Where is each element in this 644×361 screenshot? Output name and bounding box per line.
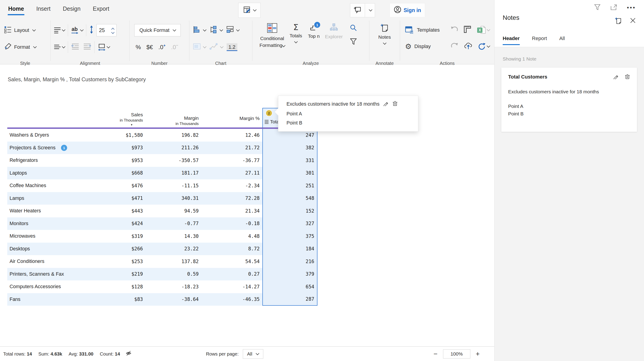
tab-insert[interactable]: Insert (36, 6, 51, 15)
cell-total-customers[interactable]: 216 (262, 255, 318, 268)
table-row[interactable]: Refrigerators $953 -350.57 -36.77 331 (7, 154, 318, 167)
group-label-style: Style (0, 61, 50, 66)
table-row[interactable]: Laptops $668 181.17 27.11 301 (7, 167, 318, 180)
table-row[interactable]: Projectors & Screens1 $973 211.26 21.72 … (7, 142, 318, 154)
popout-icon[interactable] (610, 4, 617, 11)
hide-stats-icon[interactable] (126, 350, 132, 358)
cell-total-customers[interactable]: 548 (262, 192, 318, 205)
note-card[interactable]: Total Customers Excludes customers inact… (501, 68, 637, 132)
tab-report-notes[interactable]: Report (532, 36, 547, 45)
column-width-button[interactable] (98, 44, 110, 51)
zoom-in-button[interactable]: + (476, 350, 480, 357)
cell-total-customers[interactable]: 382 (262, 142, 318, 154)
table-row[interactable]: Washers & Dryers $1,580 196.82 12.46 247 (7, 129, 318, 142)
table-row[interactable]: Printers, Scanners & Fax $219 0.59 0.27 … (7, 268, 318, 281)
sort-desc-icon[interactable]: ▼ (130, 123, 133, 126)
add-comment-dropdown[interactable] (365, 3, 375, 17)
search-button[interactable] (350, 24, 357, 32)
decimal-places-button[interactable]: 1.2 (227, 43, 237, 51)
table-row[interactable]: Microwaves $319 14.30 4.48 375 (7, 230, 318, 243)
column-menu-icon[interactable] (265, 120, 268, 124)
cell-total-customers[interactable]: 327 (262, 217, 318, 230)
stepper-arrows[interactable] (112, 27, 114, 34)
column-header-subcategory[interactable] (7, 108, 96, 129)
sparkline-button-disabled[interactable] (210, 43, 218, 52)
tab-home[interactable]: Home (8, 6, 24, 15)
refresh-button[interactable] (478, 43, 490, 50)
templates-button[interactable]: Templates (405, 26, 440, 34)
top-n-button[interactable]: 1 Top n (305, 20, 323, 48)
export-excel-button[interactable]: X (477, 26, 490, 34)
row-note-badge[interactable]: 1 (61, 145, 67, 151)
add-comment-button[interactable] (350, 3, 365, 17)
close-panel-icon[interactable] (630, 18, 636, 24)
horizontal-align-button[interactable] (54, 44, 65, 50)
decrease-indent-button[interactable] (71, 43, 79, 51)
rename-visual-button[interactable] (238, 3, 260, 18)
publish-cloud-button[interactable] (464, 42, 473, 51)
display-button[interactable]: ⚙ Display (405, 43, 431, 50)
table-layout-button-disabled[interactable] (193, 43, 201, 51)
column-header-margin-pct[interactable]: Margin % (202, 108, 262, 129)
decrease-decimal-button[interactable]: .0− (171, 44, 178, 51)
table-row[interactable]: Fans $83 -38.64 -46.35 287 (7, 293, 318, 306)
more-options-icon[interactable]: ••• (627, 6, 636, 9)
explorer-button-disabled[interactable]: Explorer (323, 20, 345, 48)
table-row[interactable]: Monitors $424 -0.77 -0.18 327 (7, 217, 318, 230)
add-note-icon[interactable] (615, 17, 622, 25)
undo-button-disabled[interactable] (450, 26, 458, 34)
delete-note-icon[interactable] (392, 100, 398, 108)
wrap-text-button[interactable]: ab (71, 27, 78, 34)
variance-chart-style-button[interactable] (210, 26, 217, 35)
tab-design[interactable]: Design (62, 6, 81, 15)
tab-export[interactable]: Export (92, 6, 110, 15)
quick-format-dropdown[interactable]: Quick Format (134, 24, 181, 36)
sign-in-button[interactable]: Sign in (390, 3, 425, 17)
redo-button-disabled[interactable] (451, 42, 458, 50)
cell-total-customers[interactable]: 654 (262, 280, 318, 293)
totals-button[interactable]: Σ Totals (287, 20, 305, 48)
zoom-out-button[interactable]: − (434, 350, 438, 357)
notes-button[interactable]: Notes (374, 20, 395, 44)
tab-all-notes[interactable]: All (559, 36, 565, 45)
bar-chart-style-button[interactable] (193, 26, 201, 35)
increase-decimal-button[interactable]: .0+ (158, 44, 166, 51)
table-row[interactable]: Lamps $471 340.31 72.28 548 (7, 192, 318, 205)
cell-total-customers[interactable]: 331 (262, 154, 318, 167)
tab-header-notes[interactable]: Header (503, 36, 520, 45)
edit-note-icon[interactable] (383, 100, 389, 108)
filter-notes-icon[interactable] (594, 4, 600, 11)
note-count-badge[interactable]: 2 (266, 110, 272, 116)
cell-total-customers[interactable]: 152 (262, 205, 318, 217)
cell-total-customers[interactable]: 251 (262, 179, 318, 192)
filter-button[interactable] (350, 38, 357, 46)
zoom-level-input[interactable]: 100% (443, 350, 470, 358)
ruler-button[interactable] (464, 26, 471, 34)
cell-total-customers[interactable]: 287 (262, 293, 318, 306)
cell-total-customers[interactable]: 379 (262, 268, 318, 281)
table-row[interactable]: Desktops $266 23.22 8.72 184 (7, 243, 318, 256)
column-header-sales[interactable]: Sales in Thousands ▼ (96, 108, 146, 129)
cell-total-customers[interactable]: 184 (262, 243, 318, 256)
cell-total-customers[interactable]: 375 (262, 230, 318, 243)
cell-total-customers[interactable]: 301 (262, 167, 318, 180)
column-header-margin[interactable]: Margin in Thousands (146, 108, 202, 129)
conditional-label-2: Formatting (260, 42, 285, 48)
table-row[interactable]: Coffee Machines $476 -11.15 -2.34 251 (7, 179, 318, 192)
layout-button[interactable]: Layout (0, 22, 50, 39)
add-note-icon (380, 23, 389, 33)
edit-note-icon[interactable] (613, 74, 619, 80)
conditional-formatting-button[interactable]: Conditional Formatting (257, 20, 287, 48)
table-style-button[interactable] (226, 26, 234, 35)
rows-per-page-select[interactable]: All (243, 349, 263, 359)
row-height-stepper[interactable]: 25 (96, 24, 116, 36)
percent-format-button[interactable]: % (136, 44, 141, 51)
format-button[interactable]: Format (0, 39, 50, 56)
delete-note-icon[interactable] (625, 74, 630, 80)
currency-format-button[interactable]: $€ (146, 44, 153, 51)
table-row[interactable]: Water Heaters $443 94.59 21.34 152 (7, 205, 318, 217)
table-row[interactable]: Air Conditioners $253 137.82 54.54 216 (7, 255, 318, 268)
increase-indent-button[interactable] (83, 43, 92, 51)
vertical-align-button[interactable] (54, 27, 65, 34)
table-row[interactable]: Computers Accessories $128 -18.23 -14.27… (7, 280, 318, 293)
